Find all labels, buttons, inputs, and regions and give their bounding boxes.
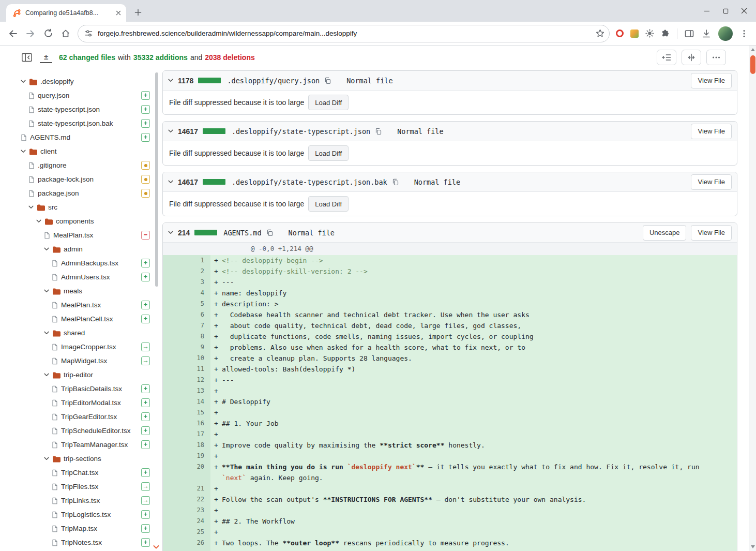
reload-button[interactable] (39, 25, 57, 42)
tree-item-.desloppify[interactable]: .desloppify (17, 75, 157, 88)
view-file-button[interactable]: View File (691, 73, 732, 88)
tree-item-AdminBackups.tsx[interactable]: AdminBackups.tsx+ (17, 256, 157, 270)
chevron-down-icon[interactable] (44, 373, 49, 377)
tree-item-MealPlanCell.tsx[interactable]: MealPlanCell.tsx+ (17, 312, 157, 326)
settings-gear-extension-icon[interactable] (645, 29, 654, 38)
tree-item-TripNotes.tsx[interactable]: TripNotes.tsx+ (17, 535, 157, 549)
tree-item-package-lock.json[interactable]: package-lock.json (17, 172, 157, 186)
line-content: Improve code quality by maximising the *… (222, 440, 737, 451)
page-scrollbar[interactable] (749, 46, 756, 551)
address-bar[interactable]: forgejo.freshbrewed.science/builderadmin… (78, 25, 610, 42)
tree-item-meals[interactable]: meals (17, 284, 157, 298)
tree-item-src[interactable]: src (17, 200, 157, 214)
collapse-file-icon[interactable] (168, 180, 173, 184)
new-tab-button[interactable] (131, 6, 145, 19)
view-file-button[interactable]: View File (691, 174, 732, 190)
view-file-button[interactable]: View File (691, 124, 732, 139)
tree-item-client[interactable]: client (17, 144, 157, 158)
unescape-button[interactable]: Unescape (643, 225, 687, 241)
browser-menu-icon[interactable] (739, 29, 749, 38)
bookmark-star-icon[interactable] (595, 28, 605, 38)
tree-item-MealPlan.tsx[interactable]: MealPlan.tsx+ (17, 298, 157, 312)
diff-file-list: 1178.desloppify/query.jsonNormal fileVie… (162, 69, 737, 551)
line-number: 23 (163, 505, 210, 516)
chevron-down-icon[interactable] (36, 219, 41, 223)
folder-icon (52, 455, 61, 463)
tree-item-MealPlan.tsx[interactable]: MealPlan.tsx− (17, 228, 157, 242)
file-icon (28, 120, 35, 127)
downloads-icon[interactable] (701, 28, 712, 39)
sidebar-scrollbar[interactable] (155, 72, 158, 287)
scrollbar-thumb[interactable] (750, 55, 755, 74)
tree-item-TripChat.tsx[interactable]: TripChat.tsx+ (17, 466, 157, 480)
diff-view-mode-button[interactable] (682, 50, 701, 65)
opera-extension-icon[interactable] (616, 29, 624, 37)
chevron-down-icon[interactable] (44, 247, 49, 251)
browser-tab[interactable]: Comparing de51a4afb8... (6, 4, 126, 22)
diff-line: 6+ Codebase health scanner and technical… (163, 309, 737, 320)
window-close-button[interactable] (736, 4, 752, 18)
chevron-down-icon[interactable] (44, 289, 49, 293)
tree-item-trip-sections[interactable]: trip-sections (17, 452, 157, 466)
added-sign: + (210, 320, 222, 331)
diff-stats-icon[interactable]: ± (40, 52, 52, 63)
copy-path-icon[interactable] (266, 229, 274, 236)
tree-item-TripMap.tsx[interactable]: TripMap.tsx+ (17, 522, 157, 535)
collapse-file-icon[interactable] (168, 79, 173, 82)
chevron-down-icon[interactable] (21, 80, 26, 83)
load-diff-button[interactable]: Load Diff (308, 95, 349, 110)
tree-item-TripFiles.tsx[interactable]: TripFiles.tsx→ (17, 480, 157, 494)
chevron-down-icon[interactable] (44, 331, 49, 335)
chevron-down-icon[interactable] (21, 150, 26, 153)
scroll-up-arrow[interactable] (751, 48, 755, 51)
load-diff-button[interactable]: Load Diff (308, 196, 349, 212)
window-minimize-button[interactable] (699, 4, 715, 18)
copy-path-icon[interactable] (375, 128, 382, 135)
extensions-puzzle-icon[interactable] (661, 29, 670, 38)
forward-button[interactable] (22, 25, 39, 42)
tree-item-TripBasicDetails.tsx[interactable]: TripBasicDetails.tsx+ (17, 382, 157, 396)
view-file-button[interactable]: View File (691, 225, 732, 241)
collapse-file-icon[interactable] (168, 231, 173, 234)
tab-close-icon[interactable] (114, 8, 123, 18)
chevron-down-icon[interactable] (28, 205, 34, 209)
tree-item-query.json[interactable]: query.json+ (17, 88, 157, 102)
tree-item-TripTeamManager.tsx[interactable]: TripTeamManager.tsx+ (17, 438, 157, 452)
tree-scroll-more-icon[interactable] (153, 542, 159, 551)
window-maximize-button[interactable] (718, 4, 733, 18)
load-diff-button[interactable]: Load Diff (308, 145, 349, 161)
copy-path-icon[interactable] (324, 77, 331, 84)
home-button[interactable] (57, 25, 74, 42)
tree-item-state-typescript.json.bak[interactable]: state-typescript.json.bak+ (17, 116, 157, 130)
tree-item-TripLogistics.tsx[interactable]: TripLogistics.tsx+ (17, 508, 157, 522)
tree-item-package.json[interactable]: package.json (17, 186, 157, 200)
tree-item-admin[interactable]: admin (17, 242, 157, 256)
tree-item-TripLinks.tsx[interactable]: TripLinks.tsx→ (17, 494, 157, 508)
extension-icon[interactable] (630, 29, 639, 38)
tree-item-TripEditorModal.tsx[interactable]: TripEditorModal.tsx+ (17, 396, 157, 410)
toggle-file-tree-button[interactable] (21, 52, 33, 63)
tree-item-.gitignore[interactable]: .gitignore (17, 158, 157, 172)
tree-item-components[interactable]: components (17, 214, 157, 228)
scroll-down-arrow[interactable] (751, 545, 755, 548)
tree-item-label: TripEditorModal.tsx (61, 399, 138, 407)
whitespace-options-button[interactable] (657, 50, 676, 65)
tree-item-MapWidget.tsx[interactable]: MapWidget.tsx→ (17, 354, 157, 368)
profile-avatar[interactable] (718, 26, 733, 41)
tree-item-shared[interactable]: shared (17, 326, 157, 340)
added-sign: + (210, 548, 222, 551)
tree-item-TripScheduleEditor.tsx[interactable]: TripScheduleEditor.tsx+ (17, 424, 157, 438)
tree-item-state-typescript.json[interactable]: state-typescript.json+ (17, 102, 157, 116)
copy-path-icon[interactable] (392, 178, 399, 186)
chevron-down-icon[interactable] (44, 457, 49, 460)
tree-item-trip-editor[interactable]: trip-editor (17, 368, 157, 382)
collapse-file-icon[interactable] (168, 129, 173, 133)
tree-item-AGENTS.md[interactable]: AGENTS.md+ (17, 130, 157, 144)
tree-item-AdminUsers.tsx[interactable]: AdminUsers.tsx+ (17, 270, 157, 284)
site-settings-icon[interactable] (84, 29, 93, 38)
side-panel-icon[interactable] (684, 28, 694, 39)
more-options-button[interactable] (706, 50, 726, 65)
tree-item-TripGearEditor.tsx[interactable]: TripGearEditor.tsx+ (17, 410, 157, 424)
back-button[interactable] (4, 25, 22, 42)
tree-item-ImageCropper.tsx[interactable]: ImageCropper.tsx→ (17, 340, 157, 354)
